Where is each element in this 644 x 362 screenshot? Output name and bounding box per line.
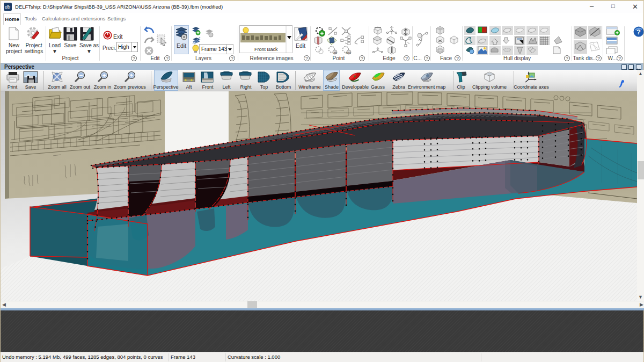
svg-text:Front Back: Front Back [254,47,278,52]
svg-text:Frame 143: Frame 143 [201,46,228,52]
svg-text:db: db [5,4,10,10]
svg-text:ab: ab [334,51,338,54]
svg-text:?: ? [636,28,641,36]
svg-text:High: High [118,44,129,50]
svg-text:abc: abc [346,51,351,54]
